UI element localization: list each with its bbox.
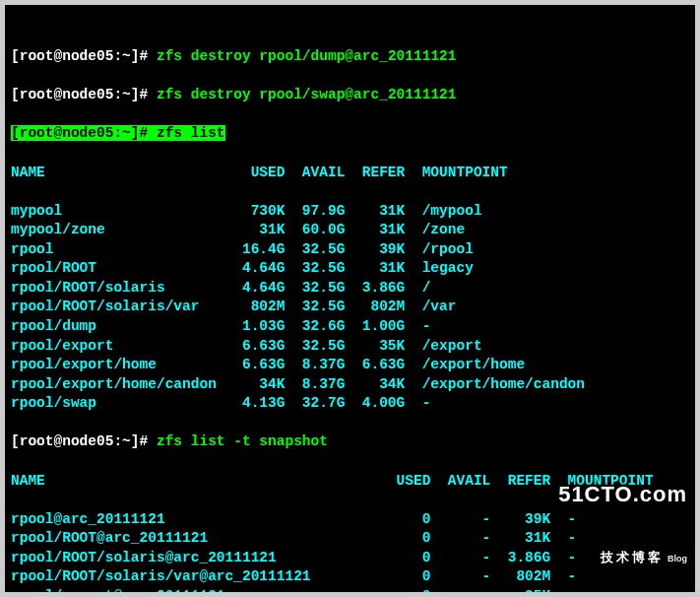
zfs-snap-body: rpool@arc_20111121 0 - 39K -rpool/ROOT@a… [11, 510, 689, 597]
cmd-line-destroy-swap: [root@node05:~]# zfs destroy rpool/swap@… [11, 86, 689, 105]
zfs-snap-row: rpool/ROOT@arc_20111121 0 - 31K - [11, 529, 689, 549]
zfs-snap-row: rpool/ROOT/solaris/var@arc_20111121 0 - … [11, 567, 689, 587]
prompt: [root@node05:~]# [11, 433, 148, 449]
zfs-list-row: rpool/dump 1.03G 32.6G 1.00G - [11, 317, 689, 337]
cmd-line-destroy-dump: [root@node05:~]# zfs destroy rpool/dump@… [11, 47, 689, 67]
zfs-snap-row: rpool@arc_20111121 0 - 39K - [11, 510, 689, 530]
zfs-list-row: mypool 730K 97.9G 31K /mypool [11, 202, 689, 222]
cmd-line-zfs-list: [root@node05:~]# zfs list [11, 124, 689, 144]
cmd-text: zfs list [157, 125, 225, 141]
zfs-list-row: rpool 16.4G 32.5G 39K /rpool [11, 240, 689, 260]
cmd-text: zfs list -t snapshot [157, 433, 328, 449]
zfs-list-row: rpool/ROOT/solaris 4.64G 32.5G 3.86G / [11, 279, 689, 298]
zfs-snap-row: rpool/ROOT/solaris@arc_20111121 0 - 3.86… [11, 549, 689, 568]
zfs-list-row: rpool/export/home 6.63G 8.37G 6.63G /exp… [11, 356, 689, 375]
prompt: [root@node05:~]# [11, 125, 148, 141]
cmd-text: zfs destroy rpool/swap@arc_20111121 [157, 87, 457, 102]
zfs-list-header: NAME USED AVAIL REFER MOUNTPOINT [11, 164, 689, 183]
cmd-text: zfs destroy rpool/dump@arc_20111121 [157, 48, 457, 64]
zfs-snap-row: rpool/export@arc_20111121 0 - 35K - [11, 587, 689, 597]
zfs-list-row: rpool/ROOT/solaris/var 802M 32.5G 802M /… [11, 298, 689, 317]
terminal-window[interactable]: [root@node05:~]# zfs destroy rpool/dump@… [0, 0, 700, 597]
zfs-list-row: rpool/swap 4.13G 32.7G 4.00G - [11, 394, 689, 414]
zfs-list-body: mypool 730K 97.9G 31K /mypoolmypool/zone… [11, 202, 689, 414]
zfs-snap-header: NAME USED AVAIL REFER MOUNTPOINT [11, 472, 689, 492]
zfs-list-row: rpool/export 6.63G 32.5G 35K /export [11, 337, 689, 357]
zfs-list-row: rpool/ROOT 4.64G 32.5G 31K legacy [11, 259, 689, 279]
zfs-list-row: mypool/zone 31K 60.0G 31K /zone [11, 221, 689, 240]
zfs-list-row: rpool/export/home/candon 34K 8.37G 34K /… [11, 375, 689, 395]
prompt: [root@node05:~]# [11, 48, 148, 64]
prompt: [root@node05:~]# [11, 87, 148, 102]
cmd-line-zfs-list-snap: [root@node05:~]# zfs list -t snapshot [11, 432, 689, 452]
